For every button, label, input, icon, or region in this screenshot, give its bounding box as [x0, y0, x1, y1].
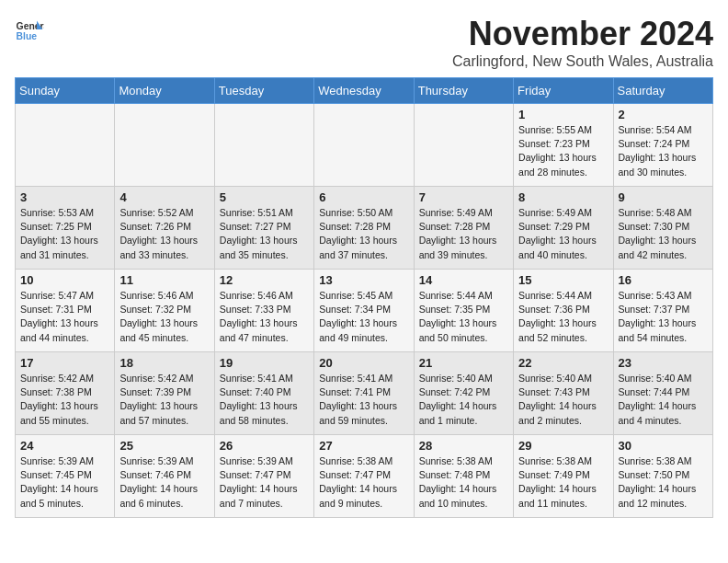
day-number: 2 [619, 108, 708, 121]
day-number: 23 [619, 356, 708, 370]
calendar-cell: 6Sunrise: 5:50 AM Sunset: 7:28 PM Daylig… [314, 187, 414, 270]
calendar-cell: 7Sunrise: 5:49 AM Sunset: 7:28 PM Daylig… [414, 187, 513, 270]
day-number: 14 [419, 273, 508, 287]
day-info: Sunrise: 5:49 AM Sunset: 7:29 PM Dayligh… [518, 206, 608, 262]
day-number: 19 [220, 356, 309, 370]
day-info: Sunrise: 5:46 AM Sunset: 7:32 PM Dayligh… [119, 289, 209, 345]
day-info: Sunrise: 5:53 AM Sunset: 7:25 PM Dayligh… [20, 206, 109, 262]
day-info: Sunrise: 5:45 AM Sunset: 7:34 PM Dayligh… [319, 289, 408, 345]
week-row-1: 1Sunrise: 5:55 AM Sunset: 7:23 PM Daylig… [16, 104, 713, 187]
logo: General Blue [15, 15, 44, 44]
location: Carlingford, New South Wales, Australia [452, 53, 713, 70]
logo-icon: General Blue [15, 15, 44, 44]
day-info: Sunrise: 5:54 AM Sunset: 7:24 PM Dayligh… [619, 123, 708, 179]
day-number: 22 [518, 356, 608, 370]
day-number: 6 [319, 190, 408, 204]
day-number: 12 [220, 273, 309, 287]
day-number: 18 [119, 356, 209, 370]
day-number: 8 [518, 190, 608, 204]
weekday-header-sunday: Sunday [16, 78, 115, 104]
weekday-header-saturday: Saturday [613, 78, 712, 104]
calendar-cell: 28Sunrise: 5:38 AM Sunset: 7:48 PM Dayli… [414, 435, 513, 518]
day-info: Sunrise: 5:55 AM Sunset: 7:23 PM Dayligh… [518, 123, 608, 179]
calendar-cell: 18Sunrise: 5:42 AM Sunset: 7:39 PM Dayli… [115, 352, 214, 435]
day-number: 1 [518, 108, 608, 121]
week-row-5: 24Sunrise: 5:39 AM Sunset: 7:45 PM Dayli… [16, 435, 713, 518]
weekday-header-wednesday: Wednesday [314, 78, 414, 104]
day-info: Sunrise: 5:38 AM Sunset: 7:47 PM Dayligh… [319, 454, 408, 511]
calendar-cell: 21Sunrise: 5:40 AM Sunset: 7:42 PM Dayli… [414, 352, 513, 435]
day-info: Sunrise: 5:43 AM Sunset: 7:37 PM Dayligh… [619, 289, 708, 345]
day-info: Sunrise: 5:48 AM Sunset: 7:30 PM Dayligh… [619, 206, 708, 262]
weekday-header-tuesday: Tuesday [214, 78, 313, 104]
calendar-cell: 1Sunrise: 5:55 AM Sunset: 7:23 PM Daylig… [514, 104, 613, 187]
calendar-cell: 22Sunrise: 5:40 AM Sunset: 7:43 PM Dayli… [514, 352, 613, 435]
calendar-cell: 2Sunrise: 5:54 AM Sunset: 7:24 PM Daylig… [613, 104, 712, 187]
day-number: 11 [119, 273, 209, 287]
calendar-cell: 17Sunrise: 5:42 AM Sunset: 7:38 PM Dayli… [16, 352, 115, 435]
calendar-cell [414, 104, 513, 187]
day-info: Sunrise: 5:44 AM Sunset: 7:35 PM Dayligh… [419, 289, 508, 345]
calendar-cell: 30Sunrise: 5:38 AM Sunset: 7:50 PM Dayli… [613, 435, 712, 518]
calendar-cell: 4Sunrise: 5:52 AM Sunset: 7:26 PM Daylig… [115, 187, 214, 270]
day-number: 25 [119, 439, 209, 453]
day-number: 9 [619, 190, 708, 204]
day-number: 30 [619, 439, 708, 453]
day-info: Sunrise: 5:47 AM Sunset: 7:31 PM Dayligh… [20, 289, 109, 345]
calendar-cell [16, 104, 115, 187]
calendar-cell: 20Sunrise: 5:41 AM Sunset: 7:41 PM Dayli… [314, 352, 414, 435]
day-info: Sunrise: 5:39 AM Sunset: 7:46 PM Dayligh… [119, 454, 209, 511]
week-row-4: 17Sunrise: 5:42 AM Sunset: 7:38 PM Dayli… [16, 352, 713, 435]
day-number: 29 [518, 439, 608, 453]
day-info: Sunrise: 5:49 AM Sunset: 7:28 PM Dayligh… [419, 206, 508, 262]
calendar-cell: 23Sunrise: 5:40 AM Sunset: 7:44 PM Dayli… [613, 352, 712, 435]
day-info: Sunrise: 5:39 AM Sunset: 7:45 PM Dayligh… [20, 454, 109, 511]
week-row-2: 3Sunrise: 5:53 AM Sunset: 7:25 PM Daylig… [16, 187, 713, 270]
day-number: 10 [20, 273, 109, 287]
day-number: 4 [119, 190, 209, 204]
day-number: 16 [619, 273, 708, 287]
calendar-cell: 15Sunrise: 5:44 AM Sunset: 7:36 PM Dayli… [514, 270, 613, 352]
calendar-cell: 29Sunrise: 5:38 AM Sunset: 7:49 PM Dayli… [514, 435, 613, 518]
day-number: 7 [419, 190, 508, 204]
day-info: Sunrise: 5:40 AM Sunset: 7:43 PM Dayligh… [518, 372, 608, 428]
day-info: Sunrise: 5:39 AM Sunset: 7:47 PM Dayligh… [220, 454, 309, 511]
calendar-cell: 14Sunrise: 5:44 AM Sunset: 7:35 PM Dayli… [414, 270, 513, 352]
weekday-header-friday: Friday [514, 78, 613, 104]
day-number: 20 [319, 356, 408, 370]
calendar-cell [115, 104, 214, 187]
day-number: 21 [419, 356, 508, 370]
day-info: Sunrise: 5:52 AM Sunset: 7:26 PM Dayligh… [119, 206, 209, 262]
calendar-cell [214, 104, 313, 187]
day-number: 13 [319, 273, 408, 287]
day-info: Sunrise: 5:38 AM Sunset: 7:49 PM Dayligh… [518, 454, 608, 511]
title-area: November 2024 Carlingford, New South Wal… [452, 15, 713, 70]
calendar-cell: 16Sunrise: 5:43 AM Sunset: 7:37 PM Dayli… [613, 270, 712, 352]
day-info: Sunrise: 5:46 AM Sunset: 7:33 PM Dayligh… [220, 289, 309, 345]
day-info: Sunrise: 5:41 AM Sunset: 7:41 PM Dayligh… [319, 372, 408, 428]
calendar-cell [314, 104, 414, 187]
calendar-cell: 10Sunrise: 5:47 AM Sunset: 7:31 PM Dayli… [16, 270, 115, 352]
calendar-table: SundayMondayTuesdayWednesdayThursdayFrid… [15, 77, 713, 518]
day-info: Sunrise: 5:38 AM Sunset: 7:50 PM Dayligh… [619, 454, 708, 511]
calendar-cell: 8Sunrise: 5:49 AM Sunset: 7:29 PM Daylig… [514, 187, 613, 270]
weekday-header-row: SundayMondayTuesdayWednesdayThursdayFrid… [16, 78, 713, 104]
day-info: Sunrise: 5:51 AM Sunset: 7:27 PM Dayligh… [220, 206, 309, 262]
day-info: Sunrise: 5:40 AM Sunset: 7:42 PM Dayligh… [419, 372, 508, 428]
weekday-header-thursday: Thursday [414, 78, 513, 104]
day-info: Sunrise: 5:42 AM Sunset: 7:39 PM Dayligh… [119, 372, 209, 428]
weekday-header-monday: Monday [115, 78, 214, 104]
day-number: 26 [220, 439, 309, 453]
day-info: Sunrise: 5:50 AM Sunset: 7:28 PM Dayligh… [319, 206, 408, 262]
calendar-cell: 3Sunrise: 5:53 AM Sunset: 7:25 PM Daylig… [16, 187, 115, 270]
month-title: November 2024 [452, 15, 713, 53]
day-info: Sunrise: 5:38 AM Sunset: 7:48 PM Dayligh… [419, 454, 508, 511]
page-header: General Blue November 2024 Carlingford, … [15, 15, 713, 70]
calendar-cell: 13Sunrise: 5:45 AM Sunset: 7:34 PM Dayli… [314, 270, 414, 352]
day-number: 3 [20, 190, 109, 204]
calendar-cell: 25Sunrise: 5:39 AM Sunset: 7:46 PM Dayli… [115, 435, 214, 518]
day-number: 15 [518, 273, 608, 287]
calendar-cell: 9Sunrise: 5:48 AM Sunset: 7:30 PM Daylig… [613, 187, 712, 270]
calendar-cell: 26Sunrise: 5:39 AM Sunset: 7:47 PM Dayli… [214, 435, 313, 518]
day-number: 28 [419, 439, 508, 453]
